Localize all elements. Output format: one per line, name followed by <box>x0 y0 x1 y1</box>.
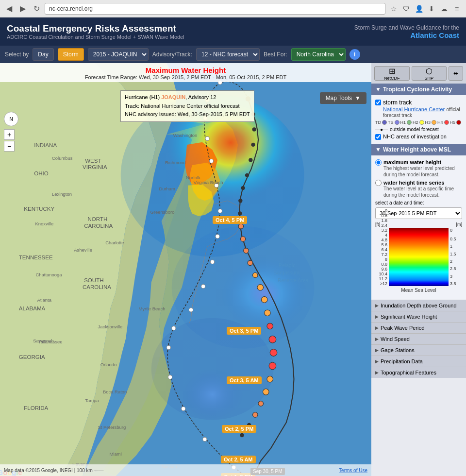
svg-point-10 <box>241 186 245 190</box>
forward-button[interactable]: ▶ <box>17 3 28 14</box>
cloud-icon[interactable]: ☁ <box>439 3 449 14</box>
svg-text:VIRGINIA: VIRGINIA <box>83 164 107 170</box>
nhc-link[interactable]: National Hurricane Center <box>383 106 445 112</box>
best-for-select[interactable]: North Carolina <box>291 48 346 61</box>
svg-text:St Petersburg: St Petersburg <box>98 425 126 430</box>
svg-point-27 <box>258 401 263 406</box>
svg-text:GEORGIA: GEORGIA <box>19 354 45 360</box>
inundation-header[interactable]: ▶ Inundation Depth above Ground <box>371 300 466 311</box>
wind-speed-header[interactable]: ▶ Wind Speed <box>371 334 466 344</box>
chevron-icon: ▶ <box>375 303 379 308</box>
menu-icon[interactable]: ≡ <box>451 3 462 14</box>
netcdf-button[interactable]: ⊞ NetCDF <box>374 66 410 81</box>
hurricane-info-box: Hurricane (H1) JOAQUIN, Advisory 12 Trac… <box>120 90 254 122</box>
topographical-header[interactable]: ▶ Topographical Features <box>371 367 466 378</box>
chevron-icon-3: ▶ <box>375 325 379 330</box>
profile-icon[interactable]: 👤 <box>414 3 424 14</box>
gage-stations-header[interactable]: ▶ Gage Stations <box>371 345 466 356</box>
bookmark-icon[interactable]: ☆ <box>388 3 399 14</box>
extra-tool-button[interactable]: ⬌ <box>449 66 463 81</box>
scale-gradient <box>389 228 449 286</box>
wave-height-header[interactable]: ▶ Significant Wave Height <box>371 311 466 322</box>
zoom-out-button[interactable]: − <box>4 141 15 152</box>
nhc-track-desc: forecast track <box>383 113 460 118</box>
water-height-content: maximum water height The highest water l… <box>371 155 466 300</box>
svg-point-38 <box>216 235 219 238</box>
map-area[interactable]: Maximum Water Height Forecast Time Range… <box>0 63 371 476</box>
sidebar-tools: ⊞ NetCDF ⬡ SHP ⬌ <box>371 63 466 84</box>
svg-point-12 <box>238 211 242 215</box>
time-series-label: water height time series <box>383 180 462 186</box>
zoom-in-button[interactable]: + <box>4 129 15 140</box>
time-series-radio-item: water height time series The water level… <box>375 180 462 198</box>
terms-link[interactable]: Terms of Use <box>339 468 367 473</box>
map-footer: Map data ©2015 Google, INEGI | 100 km ——… <box>0 464 371 476</box>
gage-stations-section: ▶ Gage Stations <box>371 344 466 356</box>
storm-track-checkbox[interactable] <box>375 100 381 105</box>
svg-text:Lexington: Lexington <box>52 191 72 197</box>
info-button[interactable]: i <box>350 49 360 60</box>
outside-forecast-row: —●— outside model forecast <box>375 127 462 132</box>
time-label-oct2am: Oct 2, 5 AM <box>221 456 256 463</box>
advisory-select[interactable]: 12 - NHC forecast <box>196 48 260 61</box>
svg-point-20 <box>265 310 271 316</box>
cat-ts-dot <box>395 120 399 125</box>
svg-point-39 <box>210 260 214 264</box>
storm-button[interactable]: Storm <box>58 48 84 61</box>
chevron-icon-7: ▶ <box>375 370 379 375</box>
svg-point-45 <box>182 407 185 410</box>
svg-point-16 <box>248 260 252 265</box>
svg-point-40 <box>201 284 205 288</box>
svg-text:KENTUCKY: KENTUCKY <box>24 206 54 212</box>
refresh-button[interactable]: ↻ <box>31 3 42 14</box>
best-for-label: Best For: <box>264 51 287 58</box>
water-height-header: ▼ Water Height above MSL <box>371 144 466 155</box>
chevron-icon-6: ▶ <box>375 359 379 364</box>
svg-point-13 <box>238 224 243 229</box>
svg-text:Orlando: Orlando <box>100 362 117 367</box>
right-sidebar: ⊞ NetCDF ⬡ SHP ⬌ ▼ Tropical Cyclone Acti… <box>371 63 466 476</box>
svg-text:Pelagic: Pelagic <box>279 263 295 268</box>
svg-point-24 <box>269 362 276 370</box>
advisory-label: Advisory/Track: <box>152 51 192 58</box>
extensions-icon[interactable]: 🛡 <box>401 3 412 14</box>
storm-select[interactable]: 2015 - JOAQUIN <box>88 48 149 61</box>
svg-text:SOUTH: SOUTH <box>84 277 103 283</box>
svg-text:INDIANA: INDIANA <box>34 142 57 148</box>
svg-point-34 <box>205 136 209 140</box>
arrow-icon: ▼ <box>375 86 381 93</box>
app-header: Coastal Emergency Risks Assessment ADCIR… <box>0 17 466 46</box>
scale-values-m: 3.532.5 21.5 10.50 <box>449 228 462 286</box>
map-tools-button[interactable]: Map Tools ▼ <box>320 92 366 104</box>
svg-text:Durham: Durham <box>159 186 175 191</box>
back-button[interactable]: ◀ <box>4 3 15 14</box>
date-time-select[interactable]: 30-Sep-2015 5 PM EDT <box>375 207 462 219</box>
svg-text:CAROLINA: CAROLINA <box>83 284 111 290</box>
nha-checkbox[interactable] <box>375 134 381 140</box>
joaquin-label: JOAQUIN <box>161 94 185 100</box>
nha-checkbox-item: NHC areas of investigation <box>375 134 462 140</box>
max-water-radio[interactable] <box>375 159 382 166</box>
precipitation-header[interactable]: ▶ Precipitation Data <box>371 356 466 367</box>
wind-speed-section: ▶ Wind Speed <box>371 333 466 344</box>
day-button[interactable]: Day <box>33 48 53 61</box>
svg-point-6 <box>252 127 256 131</box>
download-icon[interactable]: ⬇ <box>426 3 437 14</box>
browser-icons: ☆ 🛡 👤 ⬇ ☁ ≡ <box>388 3 462 14</box>
map-title-box: Maximum Water Height Forecast Time Range… <box>0 63 371 82</box>
chevron-icon-5: ▶ <box>375 348 379 353</box>
app-subtitle: ADCIRC Coastal Circulation and Storm Sur… <box>7 34 184 40</box>
svg-text:Atlanta: Atlanta <box>37 297 52 303</box>
chevron-down-icon: ▼ <box>355 95 361 102</box>
svg-text:Knoxville: Knoxville <box>35 221 53 226</box>
shp-button[interactable]: ⬡ SHP <box>412 66 447 81</box>
svg-point-44 <box>168 375 172 379</box>
time-label-oct4: Oct 4, 5 PM <box>213 216 247 224</box>
address-input[interactable] <box>45 3 385 15</box>
hurricane-title: Hurricane (H1) JOAQUIN, Advisory 12 <box>125 93 250 102</box>
svg-point-11 <box>238 199 242 203</box>
svg-text:Tallahassee: Tallahassee <box>38 339 63 344</box>
zoom-controls: N + − <box>4 112 18 152</box>
wave-period-header[interactable]: ▶ Peak Wave Period <box>371 323 466 333</box>
time-series-radio[interactable] <box>375 180 382 186</box>
